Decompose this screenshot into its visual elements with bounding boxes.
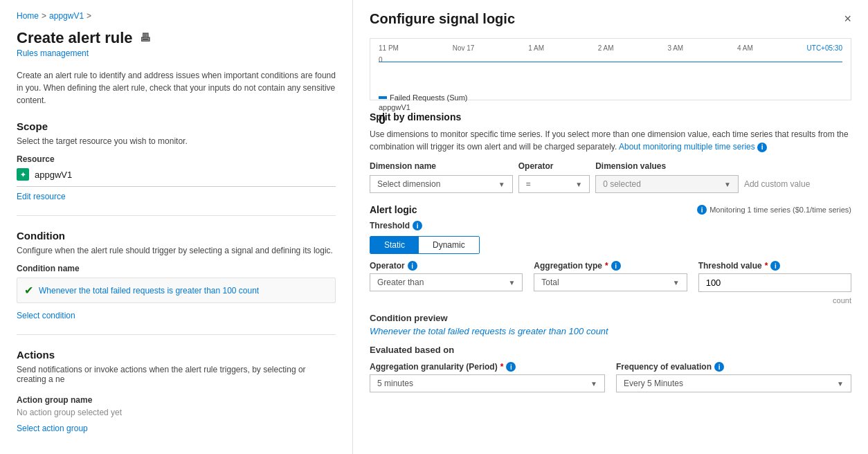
condition-threshold: 100 count: [222, 286, 259, 296]
split-desc-text: Use dimensions to monitor specific time …: [370, 129, 849, 152]
chart-label-4am: 4 AM: [737, 44, 753, 52]
operator-value: Greater than: [377, 278, 424, 287]
frequency-value: Every 5 Minutes: [624, 379, 683, 388]
granularity-dropdown[interactable]: 5 minutes ▼: [370, 374, 605, 392]
about-monitoring-link[interactable]: About monitoring multiple time series: [619, 142, 755, 152]
condition-text-static: Whenever the total failed requests is gr…: [39, 286, 222, 296]
chart-legend-color: [379, 96, 387, 99]
page-description: Create an alert rule to identify and add…: [17, 69, 336, 107]
condition-row: ✔ Whenever the total failed requests is …: [17, 278, 336, 303]
chevron-down-icon-val: ▼: [724, 181, 731, 188]
breadcrumb-home[interactable]: Home: [17, 11, 39, 21]
granularity-value: 5 minutes: [377, 379, 413, 388]
threshold-field-group: Threshold i Static Dynamic: [370, 221, 851, 254]
edit-resource-link[interactable]: Edit resource: [17, 192, 66, 201]
granularity-field-group: Aggregation granularity (Period) * i 5 m…: [370, 362, 605, 392]
required-star-thresh: *: [765, 261, 768, 271]
alert-logic-header: Alert logic i Monitoring 1 time series (…: [370, 204, 851, 221]
eval-row: Aggregation granularity (Period) * i 5 m…: [370, 362, 851, 392]
info-icon-freq: i: [714, 362, 724, 372]
chart-utc: UTC+05:30: [807, 44, 842, 52]
required-star-gran: *: [500, 362, 504, 372]
rules-management-link[interactable]: Rules management: [17, 48, 336, 58]
condition-name-label: Condition name: [17, 264, 336, 273]
info-icon-gran: i: [506, 362, 516, 372]
dimension-name-value: Select dimension: [377, 179, 440, 189]
operator-label: Operator i: [370, 261, 523, 271]
action-group-value: No action group selected yet: [17, 408, 336, 417]
chart-label-nov17: Nov 17: [453, 44, 475, 52]
condition-desc: Configure when the alert rule should tri…: [17, 246, 336, 255]
select-action-group-link[interactable]: Select action group: [17, 424, 88, 433]
print-icon[interactable]: 🖶: [140, 32, 151, 44]
condition-preview-section: Condition preview Whenever the total fai…: [370, 313, 851, 336]
scope-title: Scope: [17, 120, 336, 132]
dim-header-custom: [744, 161, 851, 171]
dimension-values-dropdown[interactable]: 0 selected ▼: [595, 175, 739, 193]
chart-container: 11 PM Nov 17 1 AM 2 AM 3 AM 4 AM UTC+05:…: [370, 38, 851, 100]
aggregation-dropdown[interactable]: Total ▼: [534, 273, 687, 291]
dim-header-name: Dimension name: [370, 161, 513, 171]
chart-resource-name: appgwV1: [379, 103, 842, 111]
chevron-down-icon-gran: ▼: [590, 380, 597, 388]
info-icon-monitoring: i: [697, 205, 707, 215]
dimension-name-dropdown[interactable]: Select dimension ▼: [370, 175, 513, 193]
monitoring-info-text: Monitoring 1 time series ($0.1/time seri…: [709, 206, 851, 214]
evaluated-title: Evaluated based on: [370, 345, 851, 355]
add-custom-value: Add custom value: [744, 176, 851, 192]
threshold-static-btn[interactable]: Static: [370, 237, 419, 253]
dimension-operator-dropdown[interactable]: = ▼: [518, 175, 590, 193]
chart-legend-label: Failed Requests (Sum): [390, 93, 468, 102]
operator-dropdown[interactable]: Greater than ▼: [370, 273, 523, 291]
divider-2: [17, 334, 336, 335]
operator-field-group: Operator i Greater than ▼: [370, 261, 523, 305]
info-icon-threshold: i: [413, 221, 422, 230]
required-star-agg: *: [605, 261, 608, 271]
right-panel: Configure signal logic × 11 PM Nov 17 1 …: [353, 0, 868, 454]
dimension-operator-value: =: [526, 179, 531, 189]
dim-header-operator: Operator: [518, 161, 590, 171]
dim-table-row: Select dimension ▼ = ▼ 0 selected ▼ Add …: [370, 175, 851, 193]
aggregation-field-group: Aggregation type * i Total ▼: [534, 261, 687, 305]
breadcrumb: Home > appgwV1 >: [17, 11, 336, 21]
info-icon-agg: i: [611, 261, 621, 271]
threshold-value-field-group: Threshold value * i count: [698, 261, 851, 305]
frequency-label: Frequency of evaluation i: [616, 362, 851, 372]
breadcrumb-resource[interactable]: appgwV1: [49, 11, 84, 21]
chart-label-2am: 2 AM: [598, 44, 614, 52]
chart-label-1am: 1 AM: [528, 44, 544, 52]
chevron-down-icon-operator: ▼: [508, 279, 515, 287]
alert-logic-fields: Operator i Greater than ▼ Aggregation ty…: [370, 261, 851, 305]
monitoring-info: i Monitoring 1 time series ($0.1/time se…: [697, 205, 851, 215]
threshold-dynamic-btn[interactable]: Dynamic: [419, 237, 479, 253]
panel-title: Configure signal logic: [370, 11, 515, 27]
resource-box: ✦ appgwV1: [17, 168, 336, 187]
actions-title: Actions: [17, 349, 336, 361]
scope-desc: Select the target resource you wish to m…: [17, 136, 336, 146]
aggregation-value: Total: [541, 278, 559, 287]
page-title-container: Create alert rule 🖶: [17, 29, 336, 47]
split-desc: Use dimensions to monitor specific time …: [370, 128, 851, 153]
alert-logic-title: Alert logic: [370, 204, 417, 215]
aggregation-label: Aggregation type * i: [534, 261, 687, 271]
granularity-label: Aggregation granularity (Period) * i: [370, 362, 605, 372]
chevron-down-icon: ▼: [498, 181, 505, 188]
chart-labels: 11 PM Nov 17 1 AM 2 AM 3 AM 4 AM UTC+05:…: [379, 44, 842, 55]
chart-metric-value: 0: [379, 113, 842, 127]
breadcrumb-sep1: >: [42, 11, 46, 21]
select-condition-link[interactable]: Select condition: [17, 311, 75, 320]
threshold-label: Threshold i: [370, 221, 851, 230]
breadcrumb-sep2: >: [87, 11, 91, 21]
close-button[interactable]: ×: [844, 12, 851, 26]
count-label: count: [698, 296, 851, 305]
evaluated-section: Evaluated based on Aggregation granulari…: [370, 345, 851, 392]
page-title: Create alert rule: [17, 29, 133, 47]
frequency-dropdown[interactable]: Every 5 Minutes ▼: [616, 374, 851, 392]
chart-label-11pm: 11 PM: [379, 44, 399, 52]
threshold-value-input[interactable]: [698, 273, 851, 292]
chart-zero: 0: [379, 56, 383, 64]
chart-legend: Failed Requests (Sum): [379, 93, 842, 102]
divider-1: [17, 215, 336, 216]
info-icon-split: i: [757, 143, 767, 152]
condition-text: Whenever the total failed requests is gr…: [39, 286, 328, 296]
